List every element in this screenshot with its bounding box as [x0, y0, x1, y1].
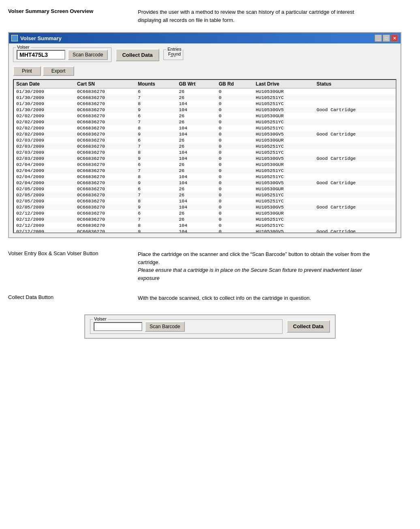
col-gb-wrt: GB Wrt — [176, 80, 216, 88]
mini-volser-legend: Volser — [93, 316, 108, 321]
mini-window-body: Volser Scan Barcode Collect Data — [85, 315, 335, 338]
desc1-text: Place the cartridge on the scanner and c… — [138, 250, 381, 282]
table-row: 02/05/20090C668362706260HU10530GUR — [14, 186, 396, 192]
volser-row: Volser Scan Barcode Collect Data Entries… — [13, 47, 396, 62]
table-row: 02/12/20090C6683627081040HU105251YC — [14, 222, 396, 228]
mini-volser-input[interactable] — [94, 322, 142, 331]
volser-summary-window: Volser Summary _ □ ✕ Volser Scan Barcode… — [8, 32, 401, 238]
desc1-text1: Place the cartridge on the scanner and c… — [138, 251, 370, 265]
table-row: 02/02/20090C6683627091040HU10530GV5Good … — [14, 131, 396, 137]
col-gb-rd: GB Rd — [216, 80, 253, 88]
table-row: 02/05/20090C668362707260HU105251YC — [14, 192, 396, 198]
volser-input[interactable] — [17, 50, 65, 60]
col-status: Status — [314, 80, 396, 88]
desc2-text: With the barcode scanned, click to colle… — [138, 294, 311, 302]
mini-scan-barcode-button[interactable]: Scan Barcode — [145, 321, 185, 332]
window-icon — [11, 35, 18, 41]
window-body: Volser Scan Barcode Collect Data Entries… — [9, 43, 401, 237]
table-row: 02/04/20090C6683627091040HU10530GV5Good … — [14, 180, 396, 186]
data-table-wrapper: Scan Date Cart SN Mounts GB Wrt GB Rd La… — [13, 79, 396, 233]
window-controls: _ □ ✕ — [375, 34, 398, 42]
table-row: 02/04/20090C668362707260HU105251YC — [14, 168, 396, 174]
entries-legend: Entries Found — [166, 47, 183, 56]
table-row: 02/12/20090C6683627091040HU10530GV5Good … — [14, 228, 396, 233]
mini-collect-data-button[interactable]: Collect Data — [287, 320, 330, 333]
table-row: 02/02/20090C668362707260HU105251YC — [14, 119, 396, 125]
maximize-button[interactable]: □ — [383, 34, 390, 42]
col-last-drive: Last Drive — [253, 80, 314, 88]
table-row: 02/12/20090C668362706260HU10530GUR — [14, 210, 396, 216]
scan-barcode-button[interactable]: Scan Barcode — [68, 49, 108, 60]
table-header-row: Scan Date Cart SN Mounts GB Wrt GB Rd La… — [14, 80, 396, 88]
desc-section-1: Volser Entry Box & Scan Volser Button Pl… — [8, 250, 412, 282]
table-row: 02/02/20090C6683627081040HU105251YC — [14, 125, 396, 131]
volser-legend: Volser — [16, 45, 31, 49]
data-table: Scan Date Cart SN Mounts GB Wrt GB Rd La… — [14, 80, 396, 233]
table-row: 02/03/20090C6683627091040HU10530GV5Good … — [14, 155, 396, 161]
table-row: 01/30/20090C6683627081040HU105251YC — [14, 101, 396, 107]
volser-fieldset: Volser Scan Barcode — [13, 47, 111, 62]
page-header: Volser Summary Screen Overview Provides … — [8, 8, 412, 24]
table-row: 01/30/20090C6683627091040HU10530GV5Good … — [14, 107, 396, 113]
window-titlebar: Volser Summary _ □ ✕ — [9, 33, 401, 43]
desc1-label: Volser Entry Box & Scan Volser Button — [8, 250, 138, 282]
action-row: Print Export — [13, 66, 396, 76]
desc2-label: Collect Data Button — [8, 294, 138, 302]
window-title: Volser Summary — [20, 35, 62, 41]
entries-fieldset: Entries Found 10 — [163, 49, 184, 60]
mini-window: Volser Scan Barcode Collect Data — [84, 314, 336, 339]
col-scan-date: Scan Date — [14, 80, 75, 88]
minimize-button[interactable]: _ — [375, 34, 382, 42]
table-row: 01/30/20090C668362707260HU105251YC — [14, 95, 396, 101]
mini-volser-fieldset: Volser Scan Barcode — [90, 319, 283, 334]
table-row: 02/05/20090C6683627091040HU10530GV5Good … — [14, 204, 396, 210]
desc-section-2: Collect Data Button With the barcode sca… — [8, 294, 412, 302]
print-button[interactable]: Print — [13, 66, 41, 76]
export-button[interactable]: Export — [43, 66, 75, 76]
section-description: Provides the user with a method to revie… — [138, 8, 373, 24]
table-row: 02/04/20090C6683627081040HU105251YC — [14, 174, 396, 180]
close-button[interactable]: ✕ — [391, 34, 398, 42]
table-row: 02/12/20090C668362707260HU105251YC — [14, 216, 396, 222]
table-row: 02/03/20090C668362707260HU105251YC — [14, 143, 396, 149]
section-title: Volser Summary Screen Overview — [8, 8, 138, 24]
table-row: 02/03/20090C668362706260HU10530GUR — [14, 137, 396, 143]
collect-data-button[interactable]: Collect Data — [116, 49, 159, 61]
table-row: 02/05/20090C6683627081040HU105251YC — [14, 198, 396, 204]
table-row: 01/30/20090C668362706260HU10530GUR — [14, 88, 396, 95]
table-row: 02/03/20090C6683627081040HU105251YC — [14, 149, 396, 155]
desc1-text2: Please ensure that a cartridge is in pla… — [138, 267, 362, 281]
table-row: 02/04/20090C668362706260HU10530GUR — [14, 161, 396, 168]
table-row: 02/02/20090C668362706260HU10530GUR — [14, 113, 396, 119]
col-cart-sn: Cart SN — [75, 80, 135, 88]
col-mounts: Mounts — [135, 80, 176, 88]
